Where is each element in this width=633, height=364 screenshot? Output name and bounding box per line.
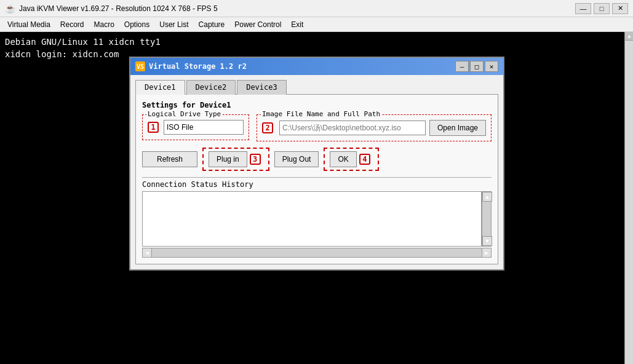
settings-panel: Settings for Device1 Logical Drive Type … <box>135 94 498 264</box>
history-scroll-down[interactable]: ▼ <box>482 236 492 246</box>
h-scroll-track <box>152 248 482 258</box>
dialog-title-bar: VS Virtual Storage 1.2 r2 — □ ✕ <box>130 58 503 75</box>
menu-capture[interactable]: Capture <box>194 19 230 30</box>
menu-options[interactable]: Options <box>119 19 154 30</box>
title-bar-controls: — □ ✕ <box>575 3 628 14</box>
menu-record[interactable]: Record <box>55 19 89 30</box>
logical-drive-dropdown[interactable]: ISO File HD Image CD/DVD <box>164 120 244 135</box>
dialog-title-left: VS Virtual Storage 1.2 r2 <box>135 61 247 71</box>
dialog-body: Device1 Device2 Device3 Settings for Dev… <box>130 75 503 269</box>
history-text-area <box>142 191 482 247</box>
logical-drive-label: Logical Drive Type <box>146 110 222 118</box>
dialog-title: Virtual Storage 1.2 r2 <box>149 62 247 71</box>
title-bar: ☕ Java iKVM Viewer v1.69.27 - Resolution… <box>0 0 633 17</box>
tab-device3[interactable]: Device3 <box>237 80 287 95</box>
logical-drive-section: Logical Drive Type 1 ISO File HD Image C… <box>142 114 249 140</box>
terminal-area: Debian GNU/Linux 11 xidcn tty1 xidcn log… <box>0 32 633 364</box>
badge-1: 1 <box>148 122 159 133</box>
ok-section: OK 4 <box>324 148 378 171</box>
maximize-button[interactable]: □ <box>594 3 610 14</box>
image-file-section: Image File Name and Full Path 2 Open Ima… <box>257 114 492 141</box>
plugout-button[interactable]: Plug Out <box>274 151 319 167</box>
tab-device1[interactable]: Device1 <box>135 80 185 95</box>
image-path-input[interactable] <box>279 121 426 135</box>
history-scroll-up[interactable]: ▲ <box>482 192 492 202</box>
app-icon: ☕ <box>5 4 15 14</box>
badge-3: 3 <box>250 154 261 165</box>
ok-button[interactable]: OK <box>330 151 356 167</box>
menu-user-list[interactable]: User List <box>154 19 193 30</box>
scroll-up-icon[interactable]: ▲ <box>625 32 633 41</box>
history-scroll-track <box>482 202 491 236</box>
history-v-scrollbar[interactable]: ▲ ▼ <box>482 191 492 247</box>
plugin-button[interactable]: Plug in <box>209 151 247 167</box>
history-row: ▲ ▼ <box>142 191 492 247</box>
field-group: Logical Drive Type 1 ISO File HD Image C… <box>142 114 492 141</box>
h-scroll-left[interactable]: ◀ <box>142 248 152 258</box>
menu-power-control[interactable]: Power Control <box>229 19 286 30</box>
dropdown-wrapper: 1 ISO File HD Image CD/DVD <box>148 120 244 135</box>
terminal-scrollbar[interactable]: ▲ ▼ <box>624 32 633 364</box>
badge-2: 2 <box>262 122 273 133</box>
dialog-icon: VS <box>135 61 145 71</box>
history-section: Connection Status History ▲ ▼ ◀ ▶ <box>142 177 492 258</box>
dialog-maximize-button[interactable]: □ <box>470 61 484 72</box>
action-row: Refresh Plug in 3 Plug Out OK 4 <box>142 148 492 171</box>
scroll-track <box>625 41 633 364</box>
history-label: Connection Status History <box>142 177 492 189</box>
tab-device2[interactable]: Device2 <box>186 80 236 95</box>
terminal-line1: Debian GNU/Linux 11 xidcn tty1 <box>5 37 628 47</box>
settings-title: Settings for Device1 <box>142 101 492 109</box>
refresh-button[interactable]: Refresh <box>142 151 197 167</box>
minimize-button[interactable]: — <box>575 3 591 14</box>
dialog-close-button[interactable]: ✕ <box>485 61 498 72</box>
close-button[interactable]: ✕ <box>612 3 628 14</box>
badge-4: 4 <box>359 154 370 165</box>
history-label-text: Connection Status History <box>142 180 253 189</box>
history-h-scrollbar[interactable]: ◀ ▶ <box>142 248 492 258</box>
virtual-storage-dialog: VS Virtual Storage 1.2 r2 — □ ✕ Device1 … <box>129 57 504 271</box>
title-bar-left: ☕ Java iKVM Viewer v1.69.27 - Resolution… <box>5 4 218 14</box>
tab-bar: Device1 Device2 Device3 <box>135 80 498 95</box>
menu-exit[interactable]: Exit <box>286 19 308 30</box>
image-file-row: 2 Open Image <box>262 120 486 136</box>
dialog-window-controls: — □ ✕ <box>455 61 498 72</box>
dialog-minimize-button[interactable]: — <box>455 61 469 72</box>
menu-bar: Virtual Media Record Macro Options User … <box>0 17 633 32</box>
title-bar-title: Java iKVM Viewer v1.69.27 - Resolution 1… <box>19 4 218 13</box>
menu-virtual-media[interactable]: Virtual Media <box>2 19 55 30</box>
h-scroll-right[interactable]: ▶ <box>482 248 492 258</box>
open-image-button[interactable]: Open Image <box>429 120 486 136</box>
menu-macro[interactable]: Macro <box>89 19 119 30</box>
plugin-section: Plug in 3 <box>202 148 269 171</box>
image-file-label: Image File Name and Full Path <box>261 110 381 118</box>
